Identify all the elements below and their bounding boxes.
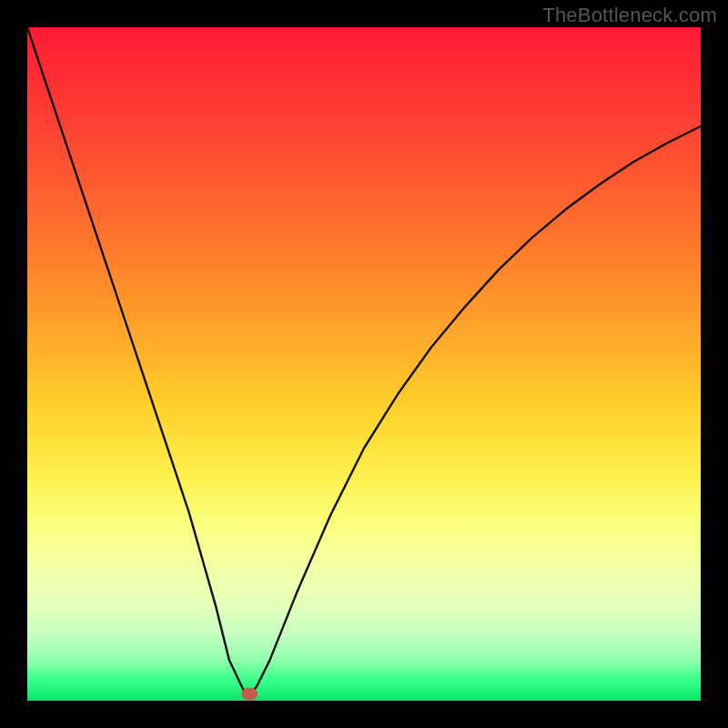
watermark-text: TheBottleneck.com: [542, 4, 717, 27]
plot-area: [27, 27, 701, 701]
chart-frame: TheBottleneck.com: [0, 0, 728, 728]
bottleneck-curve: [27, 27, 701, 701]
